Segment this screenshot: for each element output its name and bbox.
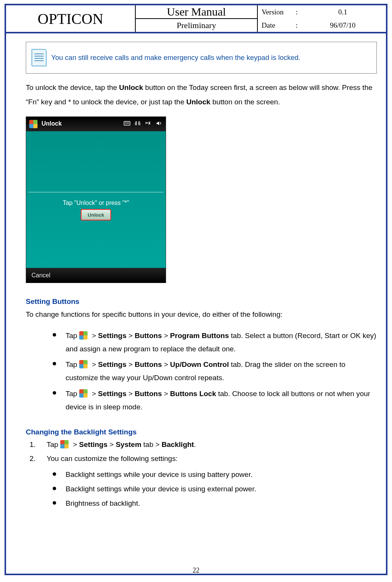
brand-text: OPTICON [38, 10, 103, 28]
date-label: Date [258, 21, 296, 30]
status-icons [121, 120, 163, 128]
start-icon [79, 360, 88, 368]
colon: : [296, 21, 303, 30]
start-icon [29, 120, 38, 128]
unlock-hint-text: Tap "Unlock" or press "*" [26, 200, 166, 206]
screenshot-softkeys: Cancel [26, 268, 166, 283]
date-value: 96/07/10 [303, 21, 386, 30]
screenshot-title: Unlock [29, 120, 62, 128]
doc-header: OPTICON User Manual Preliminary Version … [5, 4, 387, 33]
note-text: You can still receive calls and make eme… [51, 53, 300, 62]
list-item: Tap > Settings > System tab > Backlight. [47, 438, 377, 451]
doc-title: User Manual [167, 5, 226, 18]
list-item: You can customize the following settings… [47, 452, 377, 511]
keyboard-icon [124, 120, 130, 126]
list-item: Tap > Settings > Buttons > Buttons Lock … [66, 387, 377, 414]
speaker-icon [156, 120, 163, 126]
unlock-paragraph: To unlock the device, tap the Unlock but… [26, 80, 377, 109]
setting-buttons-intro: To change functions for specific buttons… [26, 307, 377, 322]
version-value: 0.1 [303, 8, 386, 16]
list-item: Tap > Settings > Buttons > Program Butto… [66, 329, 377, 355]
meta-cell: Version : 0.1 Date : 96/07/10 [258, 5, 386, 32]
cancel-softkey[interactable]: Cancel [31, 272, 50, 279]
title-cell: User Manual Preliminary [136, 5, 258, 32]
brand-cell: OPTICON [6, 5, 136, 32]
setting-buttons-heading: Setting Buttons [26, 297, 377, 306]
list-item: Brightness of backlight. [66, 496, 377, 511]
backlight-heading: Changing the Backlight Settings [26, 428, 377, 436]
note-callout: You can still receive calls and make eme… [26, 42, 377, 74]
version-label: Version [258, 8, 296, 16]
divider-line [28, 192, 163, 192]
device-screenshot: Unlock Tap "Unlock" or press "*" Unlock … [26, 116, 166, 283]
note-icon [31, 49, 47, 66]
list-item: Backlight settings while your device is … [66, 482, 377, 496]
start-icon [60, 440, 69, 448]
screenshot-titlebar: Unlock [26, 117, 166, 131]
start-icon [79, 389, 88, 398]
backlight-sublist: Backlight settings while your device is … [47, 467, 377, 511]
page-number: 22 [0, 566, 392, 574]
connectivity-icon [134, 120, 141, 126]
doc-subtitle: Preliminary [177, 20, 216, 30]
backlight-steps: Tap > Settings > System tab > Backlight.… [26, 438, 377, 511]
svg-rect-0 [124, 121, 130, 125]
unlock-button[interactable]: Unlock [81, 209, 111, 220]
start-icon [79, 331, 88, 340]
colon: : [296, 8, 303, 16]
list-item: Tap > Settings > Buttons > Up/Down Contr… [66, 358, 377, 384]
setting-buttons-list: Tap > Settings > Buttons > Program Butto… [26, 329, 377, 414]
signal-icon [145, 120, 152, 126]
screenshot-body: Tap "Unlock" or press "*" Unlock [26, 131, 166, 268]
list-item: Backlight settings while your device is … [66, 467, 377, 482]
